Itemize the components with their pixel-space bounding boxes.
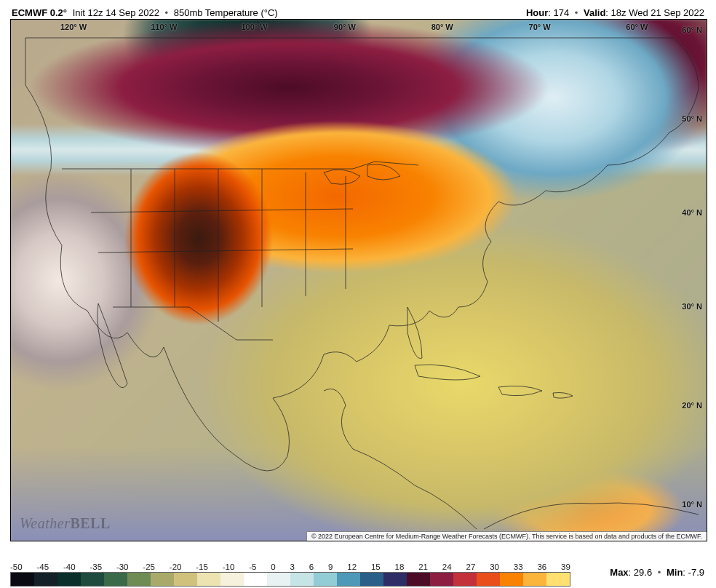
color-scale-bar [10, 572, 570, 587]
scale-tick: -40 [63, 563, 76, 571]
min-label: Min [667, 567, 683, 578]
scale-tick: -15 [196, 563, 208, 571]
scale-swatch [127, 573, 151, 586]
watermark-part-b: BELL [70, 515, 110, 531]
header-left: ECMWF 0.2° Init 12z 14 Sep 2022 • 850mb … [12, 7, 278, 18]
watermark-part-a: Weather [20, 515, 70, 531]
scale-swatch [34, 573, 57, 586]
scale-swatch [383, 573, 407, 586]
lon-label: 100° W [241, 23, 267, 31]
lon-label: 110° W [151, 23, 177, 31]
scale-swatch [523, 573, 546, 586]
scale-swatch [337, 573, 360, 586]
lon-label: 80° W [431, 23, 453, 31]
scale-swatch [546, 573, 570, 586]
scale-tick: 3 [290, 563, 295, 571]
weatherbell-watermark: WeatherBELL [20, 515, 111, 532]
separator-dot: • [575, 7, 578, 18]
scale-swatch [244, 573, 267, 586]
scale-tick: 18 [395, 563, 405, 571]
scale-swatch [500, 573, 523, 586]
scale-swatch [290, 573, 314, 586]
min-value: -7.9 [688, 567, 704, 578]
lat-label: 20° N [682, 401, 702, 410]
separator-dot: • [658, 567, 661, 578]
scale-swatch [174, 573, 197, 586]
header-right: Hour: 174 • Valid: 18z Wed 21 Sep 2022 [526, 7, 704, 18]
scale-tick: -45 [36, 563, 49, 571]
scale-swatch [81, 573, 104, 586]
product-name: 850mb Temperature (°C) [174, 7, 278, 18]
scale-swatch [360, 573, 383, 586]
coastlines-borders [11, 20, 707, 541]
scale-tick: 21 [418, 563, 428, 571]
lat-label: 50° N [682, 114, 702, 123]
scale-tick: 12 [347, 563, 357, 571]
lat-label: 30° N [682, 302, 702, 311]
stats-readout: Max: 29.6 • Min: -7.9 [610, 567, 704, 578]
color-scale-ticks: -50-45-40-35-30-25-20-15-10-503691215182… [10, 563, 570, 572]
scale-tick: 30 [490, 563, 499, 571]
lon-label: 120° W [60, 23, 87, 31]
scale-tick: 15 [371, 563, 381, 571]
hour-label: Hour [526, 7, 548, 18]
lon-label: 70° W [529, 23, 551, 31]
model-name: ECMWF [12, 7, 47, 18]
valid-value: 18z Wed 21 Sep 2022 [611, 7, 704, 18]
scale-swatch [220, 573, 244, 586]
scale-tick: -50 [10, 563, 23, 571]
scale-swatch [314, 573, 337, 586]
color-scale: -50-45-40-35-30-25-20-15-10-503691215182… [10, 563, 570, 587]
scale-swatch [197, 573, 220, 586]
scale-tick: 27 [466, 563, 476, 571]
scale-tick: 6 [309, 563, 314, 571]
map-panel: 120° W 110° W 100° W 90° W 80° W 70° W 6… [10, 19, 707, 541]
separator-dot: • [165, 7, 169, 18]
chart-footer: -50-45-40-35-30-25-20-15-10-503691215182… [0, 543, 716, 588]
scale-tick: -35 [90, 563, 102, 571]
scale-tick: 33 [514, 563, 523, 571]
valid-label: Valid [584, 7, 605, 18]
hour-value: 174 [553, 7, 569, 18]
scale-tick: 36 [537, 563, 546, 571]
lon-label: 90° W [334, 23, 356, 31]
max-value: 29.6 [634, 567, 652, 578]
ecmwf-copyright: © 2022 European Centre for Medium-Range … [306, 531, 707, 541]
max-label: Max [610, 567, 628, 578]
scale-tick: -30 [116, 563, 129, 571]
scale-swatch [57, 573, 81, 586]
scale-swatch [453, 573, 477, 586]
scale-tick: -25 [143, 563, 155, 571]
scale-tick: 0 [271, 563, 275, 571]
scale-tick: -20 [170, 563, 182, 571]
chart-header: ECMWF 0.2° Init 12z 14 Sep 2022 • 850mb … [0, 0, 716, 22]
init-label: Init [73, 7, 85, 18]
scale-tick: 9 [328, 563, 333, 571]
scale-swatch [104, 573, 127, 586]
scale-swatch [267, 573, 290, 586]
scale-swatch [151, 573, 174, 586]
scale-tick: -5 [249, 563, 256, 571]
scale-tick: -10 [223, 563, 235, 571]
lat-label: 60° N [682, 25, 702, 34]
scale-swatch [407, 573, 430, 586]
init-value: 12z 14 Sep 2022 [88, 7, 159, 18]
lon-label: 60° W [626, 23, 648, 31]
lat-label: 40° N [682, 208, 702, 217]
scale-swatch [477, 573, 500, 586]
scale-swatch [430, 573, 453, 586]
lat-label: 10° N [682, 500, 702, 509]
scale-swatch [11, 573, 34, 586]
model-res: 0.2° [50, 7, 67, 18]
scale-tick: 24 [442, 563, 452, 571]
scale-tick: 39 [561, 563, 570, 571]
